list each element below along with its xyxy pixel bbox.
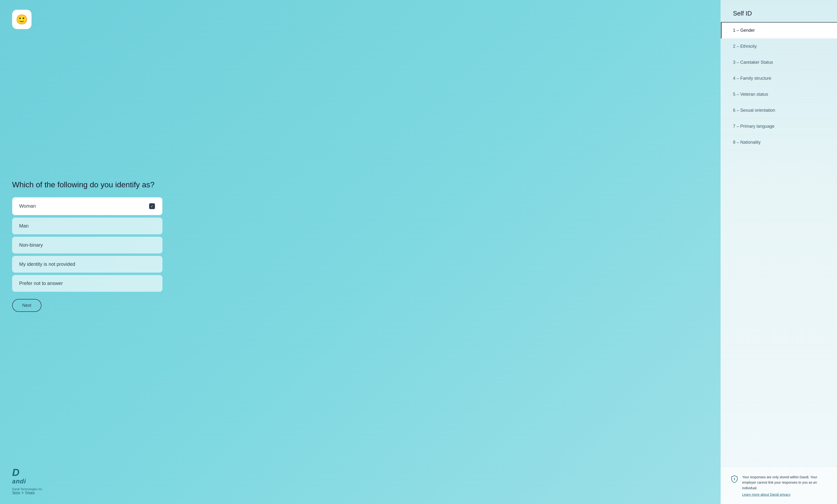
option-man[interactable]: Man <box>12 218 162 234</box>
nav-item-family[interactable]: 4 – Family structure <box>721 71 837 87</box>
privacy-box: Your responses are only stored within Da… <box>721 467 837 504</box>
privacy-link[interactable]: Privacy <box>25 491 35 494</box>
nav-item-sexual-label: 6 – Sexual orientation <box>733 108 775 113</box>
nav-list: 1 – Gender 2 – Ethnicity 3 – Caretaker S… <box>721 22 837 467</box>
right-panel: Self ID 1 – Gender 2 – Ethnicity 3 – Car… <box>720 0 837 504</box>
left-panel: 🙂 Which of the following do you identify… <box>0 0 720 504</box>
option-prefer-not[interactable]: Prefer not to answer <box>12 275 162 292</box>
dandi-d-letter: D <box>12 467 709 478</box>
dandi-logo: D andi <box>12 467 709 485</box>
terms-link[interactable]: Terms <box>12 491 20 494</box>
nav-item-gender[interactable]: 1 – Gender <box>721 22 837 39</box>
nav-item-caretaker[interactable]: 3 – Caretaker Status <box>721 55 837 71</box>
next-button[interactable]: Next <box>12 299 41 312</box>
nav-item-gender-label: 1 – Gender <box>733 28 755 33</box>
nav-item-sexual[interactable]: 6 – Sexual orientation <box>721 102 837 118</box>
logo: 🙂 <box>12 10 32 29</box>
privacy-learn-more-link[interactable]: Learn more about Dandi privacy <box>742 492 790 497</box>
nav-item-language-label: 7 – Primary language <box>733 124 774 129</box>
check-icon-woman <box>149 203 156 210</box>
shield-icon <box>731 475 738 483</box>
privacy-content: Your responses are only stored within Da… <box>742 474 827 497</box>
checkbox-woman <box>149 203 155 209</box>
nav-item-ethnicity-label: 2 – Ethnicity <box>733 44 757 49</box>
nav-item-language[interactable]: 7 – Primary language <box>721 118 837 134</box>
company-name: Dandi Technologies Inc. <box>12 487 43 491</box>
privacy-text: Your responses are only stored within Da… <box>742 474 827 491</box>
question-title: Which of the following do you identify a… <box>12 180 162 190</box>
footer-text: Dandi Technologies Inc. Terms & Privacy <box>12 487 709 494</box>
option-prefer-not-label: Prefer not to answer <box>19 281 63 286</box>
option-man-label: Man <box>19 223 29 229</box>
nav-item-nationality-label: 8 – Nationality <box>733 140 761 145</box>
option-non-binary-label: Non-binary <box>19 242 43 248</box>
self-id-title: Self ID <box>733 10 825 17</box>
nav-item-veteran[interactable]: 5 – Veteran status <box>721 87 837 102</box>
smiley-icon: 🙂 <box>16 15 28 24</box>
right-header: Self ID <box>721 0 837 22</box>
nav-item-nationality[interactable]: 8 – Nationality <box>721 134 837 150</box>
options-list: Woman Man Non-binary My identity is not … <box>12 197 162 292</box>
option-not-provided-label: My identity is not provided <box>19 261 75 267</box>
nav-item-caretaker-label: 3 – Caretaker Status <box>733 60 773 65</box>
option-woman-label: Woman <box>19 203 36 209</box>
option-woman[interactable]: Woman <box>12 197 162 215</box>
nav-item-veteran-label: 5 – Veteran status <box>733 92 768 97</box>
option-not-provided[interactable]: My identity is not provided <box>12 256 162 273</box>
nav-item-ethnicity[interactable]: 2 – Ethnicity <box>721 39 837 55</box>
main-content: Which of the following do you identify a… <box>12 29 162 458</box>
option-non-binary[interactable]: Non-binary <box>12 237 162 254</box>
dandi-wordmark: andi <box>12 478 709 485</box>
nav-item-family-label: 4 – Family structure <box>733 76 771 81</box>
footer: D andi Dandi Technologies Inc. Terms & P… <box>12 458 709 494</box>
